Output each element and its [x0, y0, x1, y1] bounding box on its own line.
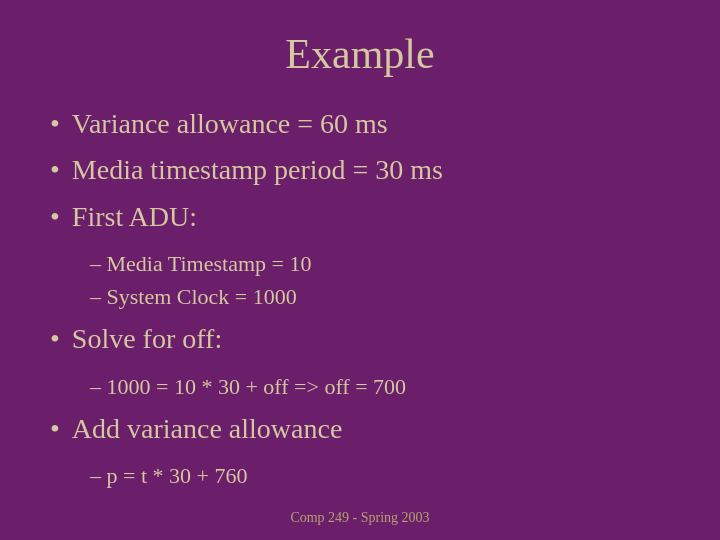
bullet-item-4: • Solve for off: — [50, 321, 670, 357]
slide: Example • Variance allowance = 60 ms • M… — [0, 0, 720, 540]
bullet-item-2: • Media timestamp period = 30 ms — [50, 152, 670, 188]
bullet-dot-4: • — [50, 321, 60, 357]
bullet-dot-5: • — [50, 411, 60, 447]
bullet-item-5: • Add variance allowance — [50, 411, 670, 447]
bullet-text-1: Variance allowance = 60 ms — [72, 106, 388, 142]
sub-item-5-1: – p = t * 30 + 760 — [90, 459, 670, 492]
bullet-text-2: Media timestamp period = 30 ms — [72, 152, 443, 188]
bullet-dot-2: • — [50, 152, 60, 188]
content-area: • Variance allowance = 60 ms • Media tim… — [50, 106, 670, 500]
bullet-dot-3: • — [50, 199, 60, 235]
bullet-item-3: • First ADU: — [50, 199, 670, 235]
bullet-item-1: • Variance allowance = 60 ms — [50, 106, 670, 142]
slide-footer: Comp 249 - Spring 2003 — [50, 500, 670, 526]
sub-item-3-1: – Media Timestamp = 10 — [90, 247, 670, 280]
sub-items-4: – 1000 = 10 * 30 + off => off = 700 — [90, 370, 670, 403]
bullet-text-4: Solve for off: — [72, 321, 222, 357]
bullet-text-5: Add variance allowance — [72, 411, 343, 447]
slide-title: Example — [50, 30, 670, 78]
bullet-text-3: First ADU: — [72, 199, 197, 235]
sub-item-3-2: – System Clock = 1000 — [90, 280, 670, 313]
sub-items-3: – Media Timestamp = 10 – System Clock = … — [90, 247, 670, 313]
bullet-dot-1: • — [50, 106, 60, 142]
sub-item-4-1: – 1000 = 10 * 30 + off => off = 700 — [90, 370, 670, 403]
sub-items-5: – p = t * 30 + 760 — [90, 459, 670, 492]
